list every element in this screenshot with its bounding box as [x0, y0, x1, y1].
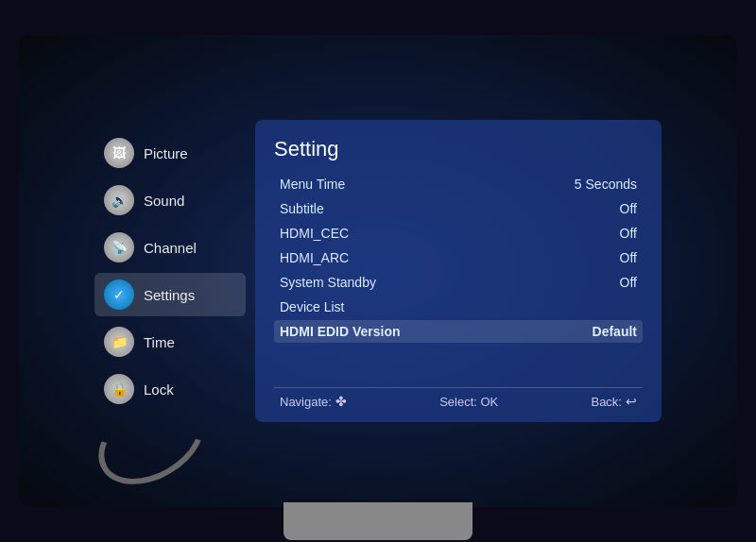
navigate-icon: ✤	[335, 394, 347, 409]
sidebar: 🖼Picture🔊Sound📡Channel✓Settings📁Time🔒Loc…	[94, 120, 255, 422]
setting-label-6: HDMI EDID Version	[280, 324, 401, 339]
sidebar-label-settings: Settings	[144, 287, 195, 303]
setting-label-5: Device List	[280, 299, 344, 314]
navigate-label: Navigate:	[280, 395, 332, 409]
sidebar-item-sound[interactable]: 🔊Sound	[94, 178, 246, 222]
setting-value-0: 5 Seconds	[575, 177, 637, 192]
setting-label-3: HDMI_ARC	[280, 250, 349, 265]
lock-icon: 🔒	[104, 374, 134, 404]
setting-row-4[interactable]: System StandbyOff	[274, 271, 643, 294]
sidebar-label-picture: Picture	[144, 145, 188, 161]
sidebar-label-lock: Lock	[144, 381, 174, 398]
back-label: Back:	[591, 395, 622, 409]
settings-icon: ✓	[104, 279, 134, 310]
setting-label-4: System Standby	[280, 275, 376, 290]
main-panel: Setting Menu Time5 SecondsSubtitleOffHDM…	[255, 120, 662, 422]
sound-icon: 🔊	[104, 185, 134, 215]
sidebar-item-settings[interactable]: ✓Settings	[94, 273, 246, 316]
setting-value-6: Default	[593, 324, 637, 339]
tv-screen: 🖼Picture🔊Sound📡Channel✓Settings📁Time🔒Loc…	[19, 35, 737, 507]
setting-label-0: Menu Time	[280, 177, 345, 192]
nav-back: Back: ↩	[591, 394, 637, 409]
sidebar-label-sound: Sound	[144, 193, 184, 209]
menu-container: 🖼Picture🔊Sound📡Channel✓Settings📁Time🔒Loc…	[94, 120, 662, 422]
time-icon: 📁	[104, 327, 134, 357]
back-icon: ↩	[626, 394, 637, 409]
setting-row-2[interactable]: HDMI_CECOff	[274, 222, 643, 245]
sidebar-item-time[interactable]: 📁Time	[94, 320, 246, 364]
nav-navigate: Navigate: ✤	[280, 394, 347, 409]
setting-value-2: Off	[620, 226, 637, 241]
sidebar-item-channel[interactable]: 📡Channel	[94, 226, 246, 269]
setting-row-1[interactable]: SubtitleOff	[274, 197, 643, 220]
panel-title: Setting	[274, 137, 643, 161]
select-label: Select: OK	[439, 395, 498, 409]
nav-bar: Navigate: ✤ Select: OK Back: ↩	[274, 387, 643, 409]
settings-list: Menu Time5 SecondsSubtitleOffHDMI_CECOff…	[274, 173, 643, 378]
sidebar-item-picture[interactable]: 🖼Picture	[94, 131, 246, 175]
setting-row-3[interactable]: HDMI_ARCOff	[274, 246, 643, 269]
setting-row-5[interactable]: Device List	[274, 296, 643, 318]
setting-label-2: HDMI_CEC	[280, 226, 349, 241]
channel-icon: 📡	[104, 232, 134, 263]
setting-label-1: Subtitle	[280, 201, 324, 216]
setting-row-0[interactable]: Menu Time5 Seconds	[274, 173, 643, 195]
setting-value-4: Off	[620, 275, 637, 290]
sidebar-label-channel: Channel	[144, 240, 197, 256]
setting-value-3: Off	[620, 250, 637, 265]
picture-icon: 🖼	[104, 138, 134, 168]
sidebar-label-time: Time	[144, 334, 175, 350]
setting-value-1: Off	[620, 201, 637, 216]
setting-row-6[interactable]: HDMI EDID VersionDefault	[274, 320, 643, 343]
nav-select: Select: OK	[439, 395, 498, 409]
